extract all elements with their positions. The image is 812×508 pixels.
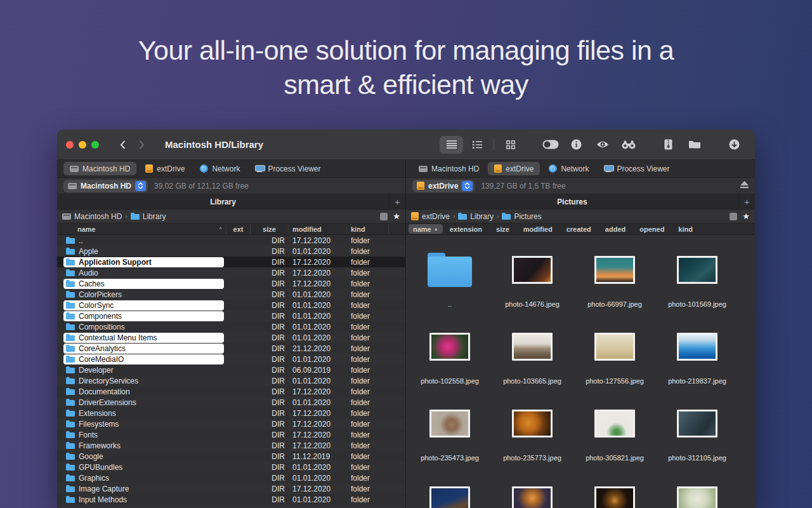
grid-item[interactable] [409, 474, 491, 508]
table-row[interactable]: CoreAnalytics DIR 21.12.2020 folder [57, 343, 405, 354]
hidden-files-toggle-icon[interactable] [380, 213, 388, 220]
breadcrumb-item[interactable]: extDrive [411, 212, 450, 221]
table-row[interactable]: Apple DIR 01.01.2020 folder [57, 246, 405, 257]
column-header-modified[interactable]: modified [289, 224, 347, 234]
table-row[interactable]: GPUBundles DIR 01.01.2020 folder [57, 462, 405, 472]
table-row[interactable]: Extensions DIR 17.12.2020 folder [57, 408, 405, 418]
right-drive-selector[interactable]: extDrive [412, 180, 475, 192]
eject-icon[interactable] [740, 181, 749, 190]
grid-item[interactable] [491, 474, 573, 508]
grid-item[interactable]: photo-312105.jpeg [656, 398, 738, 474]
table-row[interactable]: Documentation DIR 17.12.2020 folder [57, 386, 405, 397]
table-row[interactable]: Contextual Menu Items DIR 01.01.2020 fol… [57, 332, 405, 343]
table-row[interactable]: ColorSync DIR 01.01.2020 folder [57, 300, 405, 311]
search-binoculars-icon[interactable] [617, 136, 640, 154]
table-row[interactable]: ColorPickers DIR 01.01.2020 folder [57, 289, 405, 300]
right-tab-macintosh-hd[interactable]: Macintosh HD [412, 162, 485, 175]
grid-item[interactable]: photo-102558.jpeg [409, 321, 491, 398]
table-row[interactable]: Compositions DIR 01.01.2020 folder [57, 321, 405, 332]
column-header-size[interactable]: size [251, 224, 289, 234]
left-tab-network[interactable]: Network [193, 162, 246, 175]
folder-icon [66, 291, 75, 298]
table-row[interactable]: Audio DIR 17.12.2020 folder [57, 267, 405, 278]
drive-stepper-icon[interactable] [135, 181, 146, 191]
file-modified: 17.12.2020 [289, 278, 347, 289]
archive-zip-icon[interactable] [657, 136, 680, 154]
column-header-kind[interactable]: kind [671, 225, 700, 233]
table-row[interactable]: Fonts DIR 17.12.2020 folder [57, 429, 405, 440]
minimize-button[interactable] [79, 141, 86, 149]
grid-item[interactable]: photo-66997.jpeg [573, 244, 656, 321]
column-header-ext[interactable]: ext [226, 224, 251, 234]
grid-item[interactable]: photo-235773.jpeg [491, 398, 573, 474]
grid-item[interactable]: photo-14676.jpeg [491, 244, 573, 321]
breadcrumb-item[interactable]: Macintosh HD [62, 212, 122, 221]
toggle-icon[interactable] [539, 136, 562, 154]
grid-item[interactable] [573, 474, 656, 508]
grid-item[interactable] [656, 474, 738, 508]
file-manager-window: Macintosh HD/Library [57, 130, 755, 508]
table-row[interactable]: Developer DIR 06.09.2019 folder [57, 364, 405, 375]
grid-item-label: photo-235773.jpeg [499, 453, 565, 462]
drive-stepper-icon[interactable] [462, 181, 473, 191]
grid-item[interactable]: photo-103665.jpeg [491, 321, 573, 398]
downloads-icon[interactable] [723, 136, 746, 154]
column-header-name[interactable]: name ▲ [409, 224, 443, 234]
network-folder-icon[interactable] [683, 136, 706, 154]
column-header-opened[interactable]: opened [632, 225, 671, 233]
grid-item[interactable]: photo-305821.jpeg [573, 398, 656, 474]
back-button[interactable] [113, 137, 132, 153]
column-header-added[interactable]: added [598, 225, 632, 233]
table-row[interactable]: Application Support DIR 17.12.2020 folde… [57, 257, 405, 267]
left-drive-selector[interactable]: Macintosh HD [63, 180, 148, 192]
hidden-files-toggle-icon[interactable] [730, 213, 737, 220]
toolbar [440, 136, 746, 154]
view-list-icon[interactable] [440, 136, 463, 154]
table-row[interactable]: Graphics DIR 01.01.2020 folder [57, 472, 405, 483]
view-columns-icon[interactable] [466, 136, 489, 154]
breadcrumb-item[interactable]: Library [131, 212, 166, 221]
left-tab-process-viewer[interactable]: Process Viewer [249, 162, 327, 175]
zoom-button[interactable] [91, 141, 99, 149]
forward-button[interactable] [132, 137, 151, 153]
column-header-extension[interactable]: extension [443, 225, 489, 233]
preview-eye-icon[interactable] [591, 136, 614, 154]
table-row[interactable]: DriverExtensions DIR 01.01.2020 folder [57, 397, 405, 408]
column-header-modified[interactable]: modified [516, 225, 560, 233]
right-tab-network[interactable]: Network [542, 162, 595, 175]
table-row[interactable]: CoreMediaIO DIR 01.01.2020 folder [57, 354, 405, 364]
grid-item[interactable]: photo-127556.jpeg [573, 321, 656, 398]
right-tab-process-viewer[interactable]: Process Viewer [598, 162, 676, 175]
close-button[interactable] [66, 141, 74, 149]
table-row[interactable]: Components DIR 01.01.2020 folder [57, 311, 405, 321]
left-tab-macintosh-hd[interactable]: Macintosh HD [63, 162, 136, 175]
table-row[interactable]: Caches DIR 17.12.2020 folder [57, 278, 405, 289]
row-pad [389, 300, 405, 311]
favorite-star-icon[interactable]: ★ [742, 212, 750, 220]
table-row[interactable]: .. DIR 17.12.2020 folder [57, 235, 405, 246]
view-grid-icon[interactable] [499, 136, 522, 154]
breadcrumb-item[interactable]: Library [458, 212, 494, 221]
table-row[interactable]: DirectoryServices DIR 01.01.2020 folder [57, 375, 405, 386]
column-header-name[interactable]: name ^ [57, 224, 226, 234]
table-row[interactable]: Input Methods DIR 01.01.2020 folder [57, 494, 405, 505]
right-add-tab-button[interactable]: + [738, 194, 755, 209]
breadcrumb-item[interactable]: Pictures [502, 212, 541, 221]
grid-item[interactable]: photo-101569.jpeg [656, 244, 738, 321]
table-row[interactable]: Filesystems DIR 17.12.2020 folder [57, 418, 405, 429]
grid-item[interactable]: .. [409, 244, 491, 321]
column-header-size[interactable]: size [489, 225, 516, 233]
table-row[interactable]: Image Capture DIR 17.12.2020 folder [57, 483, 405, 494]
left-add-tab-button[interactable]: + [389, 194, 405, 209]
grid-item[interactable]: photo-219837.jpeg [656, 321, 738, 398]
info-icon[interactable] [565, 136, 588, 154]
table-row[interactable]: Google DIR 11.12.2019 folder [57, 451, 405, 462]
file-kind: folder [347, 278, 389, 289]
right-tab-extdrive[interactable]: extDrive [488, 162, 540, 175]
grid-item[interactable]: photo-235473.jpeg [409, 398, 491, 474]
column-header-created[interactable]: created [560, 225, 598, 233]
left-tab-extdrive[interactable]: extDrive [139, 162, 191, 175]
favorite-star-icon[interactable]: ★ [393, 212, 400, 220]
table-row[interactable]: Frameworks DIR 17.12.2020 folder [57, 440, 405, 451]
column-header-kind[interactable]: kind [347, 224, 389, 234]
